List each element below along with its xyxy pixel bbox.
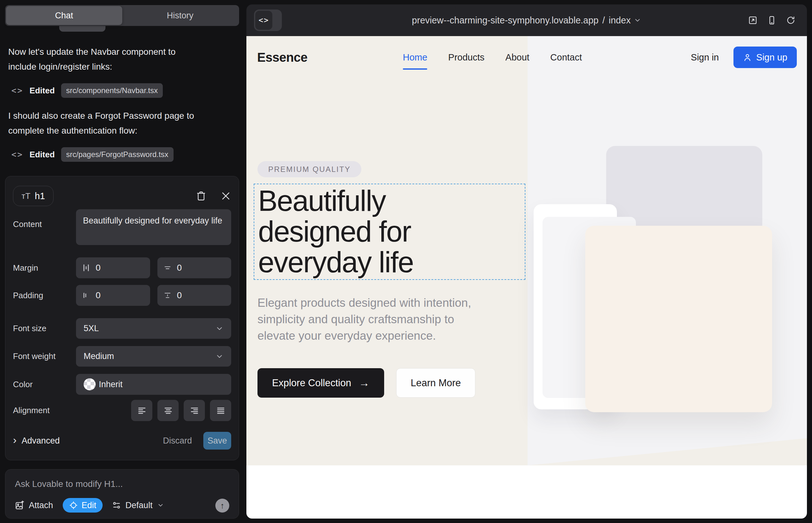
nav-link-products[interactable]: Products <box>448 52 484 63</box>
font-size-label: Font size <box>13 324 76 333</box>
padding-horizontal-icon <box>82 291 91 300</box>
premium-quality-badge: PREMIUM QUALITY <box>258 161 361 177</box>
edited-label: Edited <box>30 86 54 96</box>
edited-label: Edited <box>30 150 54 160</box>
margin-x-input[interactable] <box>96 263 144 273</box>
selection-outline: Beautifully designed for everyday life <box>254 184 525 280</box>
padding-row: Padding <box>13 285 231 306</box>
user-icon <box>743 53 752 62</box>
padding-label: Padding <box>13 291 76 301</box>
margin-y-input[interactable] <box>177 263 226 273</box>
chevron-down-icon <box>634 16 641 24</box>
align-center-icon <box>163 406 173 415</box>
font-weight-label: Font weight <box>13 351 76 361</box>
learn-more-button[interactable]: Learn More <box>396 368 475 398</box>
chevron-down-icon <box>157 502 164 509</box>
hero-cta-group: Explore Collection → Learn More <box>258 368 475 398</box>
sign-up-button[interactable]: Sign up <box>734 47 797 68</box>
hero-paragraph: Elegant products designed with intention… <box>258 295 471 344</box>
chat-message: I should also create a Forgot Password p… <box>8 108 235 138</box>
font-weight-row: Font weight Medium <box>13 346 231 366</box>
nav-link-home[interactable]: Home <box>403 52 427 63</box>
sign-in-link[interactable]: Sign in <box>691 52 719 63</box>
advanced-toggle[interactable]: › Advanced <box>13 435 59 446</box>
typography-icon: тT <box>21 191 30 201</box>
content-textarea[interactable]: Beautifully designed for everyday life <box>76 209 231 245</box>
preview-panel: <> preview--charming-site-symphony.lovab… <box>246 4 807 519</box>
decorative-card-cream <box>585 226 772 412</box>
chat-message: Now let's update the Navbar component to… <box>8 44 235 74</box>
alignment-label: Alignment <box>13 405 76 415</box>
advanced-label: Advanced <box>21 436 59 446</box>
color-value: Inherit <box>99 380 123 390</box>
page-name: index <box>609 15 631 26</box>
margin-horizontal-icon <box>82 264 91 272</box>
margin-label: Margin <box>13 263 76 273</box>
refresh-icon[interactable] <box>786 16 796 25</box>
close-icon[interactable] <box>220 191 231 201</box>
edited-file-row: <> Edited src/pages/ForgotPassword.tsx <box>12 147 174 162</box>
align-right-button[interactable] <box>184 400 205 421</box>
padding-x-input[interactable] <box>96 290 144 301</box>
site-page: Essence Home Products About Contact Sign… <box>246 36 807 519</box>
color-select[interactable]: Inherit <box>76 374 231 395</box>
trash-icon[interactable] <box>196 191 207 201</box>
align-justify-icon <box>216 406 226 415</box>
file-pill[interactable]: src/components/Navbar.tsx <box>61 83 163 98</box>
align-center-button[interactable] <box>157 400 179 421</box>
explore-label: Explore Collection <box>272 377 351 389</box>
discard-button[interactable]: Discard <box>163 436 192 446</box>
padding-y-field[interactable] <box>157 285 231 306</box>
page-dropdown[interactable]: index <box>609 15 641 26</box>
align-right-icon <box>190 406 199 415</box>
edited-file-row: <> Edited src/components/Navbar.tsx <box>12 83 163 98</box>
sliders-icon <box>112 501 121 510</box>
padding-y-input[interactable] <box>177 290 226 301</box>
alignment-row: Alignment <box>13 400 231 421</box>
chat-composer: Attach Edit Default ↑ <box>5 469 239 519</box>
chevron-down-icon <box>215 353 224 361</box>
composer-input[interactable] <box>15 477 224 491</box>
font-weight-value: Medium <box>84 351 114 361</box>
model-default-select[interactable]: Default <box>112 501 164 510</box>
image-plus-icon <box>15 501 24 510</box>
sign-up-label: Sign up <box>756 52 787 63</box>
save-button[interactable]: Save <box>203 432 231 450</box>
font-size-select[interactable]: 5XL <box>76 318 231 339</box>
attach-label: Attach <box>29 501 53 510</box>
site-logo[interactable]: Essence <box>257 36 307 78</box>
nav-link-about[interactable]: About <box>506 52 530 63</box>
hero-heading[interactable]: Beautifully designed for everyday life <box>258 185 413 278</box>
tab-history[interactable]: History <box>122 6 239 25</box>
tab-chat[interactable]: Chat <box>6 6 122 25</box>
color-label: Color <box>13 380 76 390</box>
crosshair-icon <box>69 501 78 510</box>
edit-label: Edit <box>82 501 96 510</box>
open-external-icon[interactable] <box>748 16 758 25</box>
align-left-icon <box>137 406 147 415</box>
padding-vertical-icon <box>163 291 172 300</box>
arrow-right-icon: → <box>359 377 370 389</box>
explore-collection-button[interactable]: Explore Collection → <box>258 368 384 398</box>
url-separator: / <box>602 15 605 26</box>
edit-mode-button[interactable]: Edit <box>63 498 103 512</box>
editor-header: тT h1 <box>13 186 231 206</box>
margin-x-field[interactable] <box>76 257 150 278</box>
color-swatch <box>84 378 96 390</box>
diagonal-wedge <box>528 431 807 465</box>
padding-x-field[interactable] <box>76 285 150 306</box>
send-button[interactable]: ↑ <box>215 499 229 512</box>
sidebar: Chat History Now let's update the Navbar… <box>0 0 246 523</box>
code-icon: <> <box>12 86 23 95</box>
chat-history-tabbar: Chat History <box>5 5 239 26</box>
mobile-view-icon[interactable] <box>767 16 777 25</box>
file-pill[interactable]: src/pages/ForgotPassword.tsx <box>61 147 174 162</box>
default-label: Default <box>125 501 153 510</box>
align-left-button[interactable] <box>131 400 152 421</box>
nav-link-contact[interactable]: Contact <box>550 52 582 63</box>
margin-y-field[interactable] <box>157 257 231 278</box>
font-weight-select[interactable]: Medium <box>76 346 231 366</box>
browser-chrome: <> preview--charming-site-symphony.lovab… <box>246 4 807 36</box>
attach-button[interactable]: Attach <box>15 501 53 510</box>
align-justify-button[interactable] <box>210 400 231 421</box>
